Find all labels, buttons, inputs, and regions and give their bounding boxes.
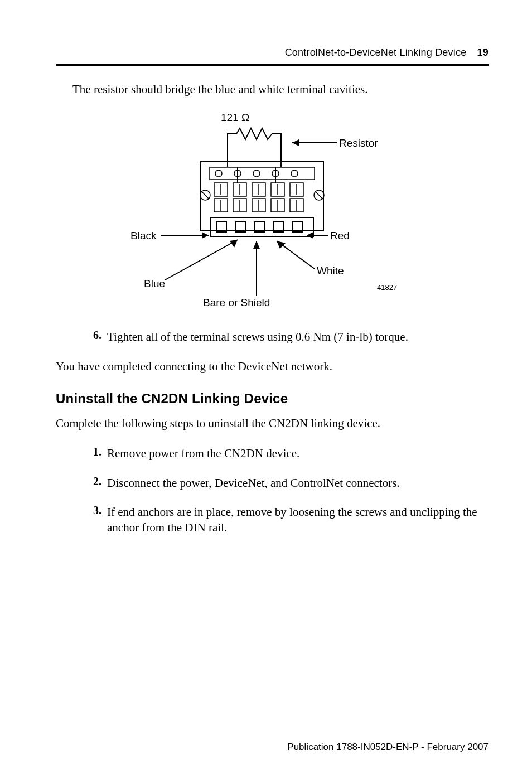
svg-marker-1 [292, 139, 299, 146]
blue-label: Blue [144, 278, 165, 290]
svg-point-6 [253, 170, 260, 177]
ohm-label: 121 Ω [221, 112, 249, 124]
list-number: 3. [87, 504, 101, 536]
numbered-list-continue: 6. Tighten all of the terminal screws us… [87, 329, 489, 345]
list-number: 1. [87, 446, 101, 461]
list-number: 6. [87, 329, 101, 345]
svg-line-32 [316, 192, 322, 199]
svg-marker-44 [202, 232, 209, 239]
uninstall-steps: 1. Remove power from the CN2DN device. 2… [87, 446, 489, 535]
bare-label: Bare or Shield [203, 297, 270, 309]
intro-paragraph: The resistor should bridge the blue and … [72, 81, 484, 97]
list-text: Disconnect the power, DeviceNet, and Con… [107, 475, 400, 491]
completion-text: You have completed connecting to the Dev… [56, 359, 489, 374]
running-header: ControlNet-to-DeviceNet Linking Device 1… [56, 47, 489, 59]
page: ControlNet-to-DeviceNet Linking Device 1… [0, 0, 532, 784]
footer-code: 1788-IN052D-EN-P - February 2007 [336, 742, 489, 752]
svg-marker-52 [253, 241, 260, 249]
list-text: If end anchors are in place, remove by l… [107, 504, 489, 536]
list-text: Remove power from the CN2DN device. [107, 446, 299, 461]
footer-prefix: Publication [287, 742, 333, 752]
section-intro: Complete the following steps to uninstal… [56, 415, 489, 431]
list-text: Tighten all of the terminal screws using… [107, 329, 408, 345]
section-heading: Uninstall the CN2DN Linking Device [56, 391, 489, 406]
svg-point-4 [215, 170, 222, 177]
page-number: 19 [477, 47, 489, 58]
svg-marker-50 [277, 241, 286, 249]
page-footer: Publication 1788-IN052D-EN-P - February … [287, 742, 489, 753]
header-rule [56, 64, 489, 66]
svg-point-8 [291, 170, 298, 177]
black-label: Black [130, 230, 156, 242]
terminal-diagram: 121 Ω Resistor Black Red White Blue Bare… [99, 112, 445, 312]
doc-title: ControlNet-to-DeviceNet Linking Device [285, 47, 467, 58]
svg-marker-46 [307, 232, 313, 239]
resistor-label: Resistor [339, 137, 378, 149]
list-item: 2. Disconnect the power, DeviceNet, and … [87, 475, 489, 491]
list-item: 6. Tighten all of the terminal screws us… [87, 329, 489, 345]
red-label: Red [330, 230, 350, 242]
list-item: 1. Remove power from the CN2DN device. [87, 446, 489, 461]
list-number: 2. [87, 475, 101, 491]
svg-line-47 [165, 240, 238, 280]
figure-ref: 41827 [377, 283, 397, 292]
white-label: White [317, 265, 344, 277]
svg-line-30 [202, 192, 209, 199]
svg-rect-3 [210, 167, 315, 180]
list-item: 3. If end anchors are in place, remove b… [87, 504, 489, 536]
